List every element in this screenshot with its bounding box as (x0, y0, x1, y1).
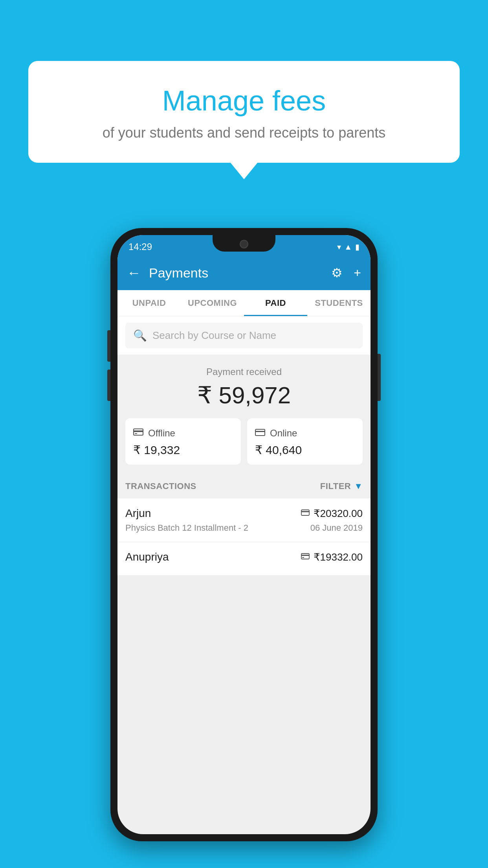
svg-rect-8 (301, 555, 309, 556)
phone-mockup: 14:29 ▾ ▲ ▮ ← Payments ⚙ + UNPAID UPCOMI… (110, 228, 378, 841)
status-icons: ▾ ▲ ▮ (337, 242, 360, 252)
transaction-date: 06 June 2019 (310, 523, 363, 533)
search-input[interactable]: Search by Course or Name (152, 329, 276, 342)
filter-label: FILTER (320, 481, 351, 491)
transaction-amount: ₹20320.00 (314, 508, 363, 520)
transaction-row[interactable]: Anupriya ₹19332.00 (117, 542, 371, 576)
offline-card-header: Offline (133, 427, 233, 439)
tab-bar: UNPAID UPCOMING PAID STUDENTS (117, 290, 371, 316)
svg-rect-7 (301, 554, 309, 559)
wifi-icon: ▾ (337, 242, 341, 252)
transaction-name: Anupriya (125, 551, 169, 563)
power-button (378, 354, 381, 401)
battery-icon: ▮ (355, 242, 360, 252)
settings-icon[interactable]: ⚙ (331, 265, 343, 280)
payment-cards: Offline ₹ 19,332 Online ₹ 40,640 (117, 418, 371, 474)
status-time: 14:29 (128, 241, 152, 252)
tab-upcoming[interactable]: UPCOMING (181, 290, 244, 316)
signal-icon: ▲ (344, 243, 352, 252)
page-title: Payments (149, 265, 323, 281)
transaction-bottom: Physics Batch 12 Installment - 2 06 June… (125, 523, 363, 533)
bubble-subtitle: of your students and send receipts to pa… (44, 125, 444, 141)
svg-rect-6 (301, 511, 309, 512)
svg-rect-5 (301, 510, 309, 515)
offline-amount: ₹ 19,332 (133, 443, 233, 457)
header-actions: ⚙ + (331, 265, 361, 280)
online-payment-card: Online ₹ 40,640 (247, 418, 363, 465)
transactions-header: TRANSACTIONS FILTER ▼ (117, 474, 371, 498)
speech-bubble: Manage fees of your students and send re… (28, 61, 460, 163)
transaction-row[interactable]: Arjun ₹20320.00 Physics Batch 12 Install… (117, 498, 371, 542)
phone-screen: 14:29 ▾ ▲ ▮ ← Payments ⚙ + UNPAID UPCOMI… (117, 235, 371, 834)
svg-rect-1 (134, 430, 143, 432)
offline-payment-card: Offline ₹ 19,332 (125, 418, 241, 465)
transaction-amount: ₹19332.00 (314, 551, 363, 563)
transactions-label: TRANSACTIONS (125, 481, 196, 491)
transaction-amount-wrap: ₹20320.00 (301, 508, 363, 520)
transaction-amount-wrap: ₹19332.00 (301, 551, 363, 563)
offline-payment-icon (133, 427, 143, 439)
svg-rect-9 (302, 557, 304, 558)
online-payment-icon (255, 427, 265, 439)
online-amount: ₹ 40,640 (255, 443, 355, 457)
offline-payment-type-icon (301, 552, 310, 562)
svg-rect-4 (255, 431, 265, 432)
search-container: 🔍 Search by Course or Name (117, 316, 371, 355)
front-camera (240, 240, 248, 248)
app-header: ← Payments ⚙ + (117, 256, 371, 290)
svg-rect-2 (135, 433, 137, 434)
payment-summary: Payment received ₹ 59,972 (117, 355, 371, 418)
tab-paid[interactable]: PAID (244, 290, 307, 316)
back-button[interactable]: ← (127, 265, 141, 281)
search-bar[interactable]: 🔍 Search by Course or Name (125, 323, 363, 348)
add-icon[interactable]: + (354, 266, 361, 280)
notch (213, 235, 275, 252)
online-payment-type-icon (301, 508, 310, 519)
search-icon: 🔍 (133, 329, 147, 342)
tab-unpaid[interactable]: UNPAID (117, 290, 181, 316)
tab-students[interactable]: STUDENTS (307, 290, 371, 316)
filter-icon: ▼ (354, 481, 363, 491)
svg-rect-3 (255, 429, 265, 436)
transaction-top: Arjun ₹20320.00 (125, 507, 363, 520)
volume-down-button (107, 370, 110, 401)
payment-total-amount: ₹ 59,972 (125, 381, 363, 409)
volume-up-button (107, 330, 110, 362)
online-label: Online (270, 428, 297, 439)
online-card-header: Online (255, 427, 355, 439)
bubble-title: Manage fees (44, 85, 444, 117)
transaction-detail: Physics Batch 12 Installment - 2 (125, 523, 248, 533)
offline-label: Offline (148, 428, 175, 439)
transaction-top: Anupriya ₹19332.00 (125, 551, 363, 563)
transaction-name: Arjun (125, 507, 151, 520)
filter-button[interactable]: FILTER ▼ (320, 481, 363, 491)
payment-received-label: Payment received (125, 366, 363, 377)
